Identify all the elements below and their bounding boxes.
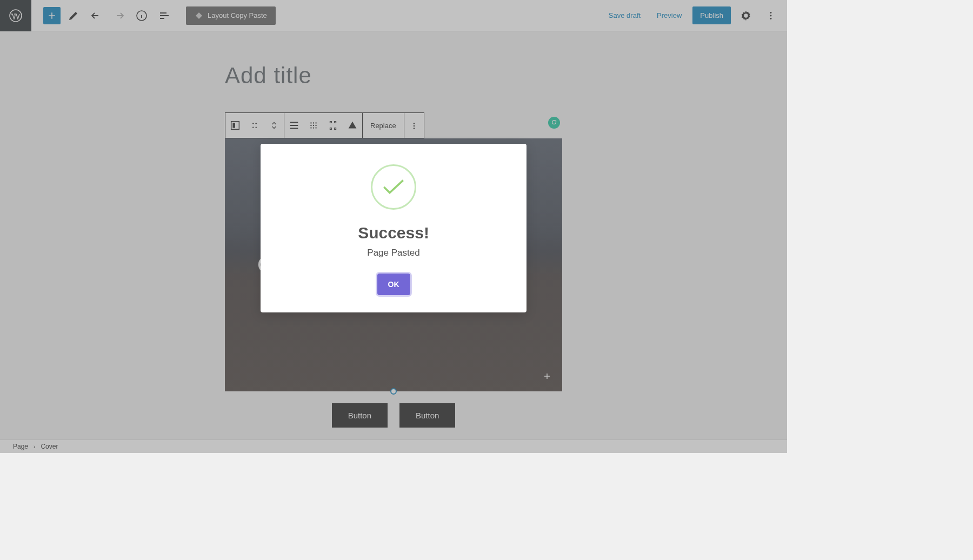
modal-ok-button[interactable]: OK	[377, 274, 410, 295]
modal-message: Page Pasted	[367, 248, 419, 258]
checkmark-icon	[381, 177, 406, 197]
modal-title: Success!	[358, 224, 429, 242]
modal-overlay: Success! Page Pasted OK	[0, 0, 787, 453]
success-modal: Success! Page Pasted OK	[261, 144, 527, 312]
success-check-circle	[371, 164, 416, 210]
